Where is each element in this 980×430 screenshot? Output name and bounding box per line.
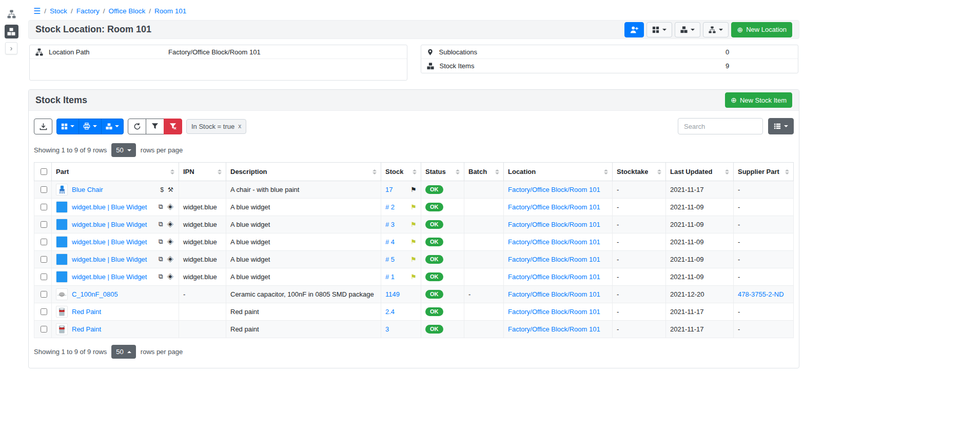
stock-link[interactable]: # 4 [385,238,395,246]
row-checkbox[interactable] [41,204,47,210]
sidebar-item-stock[interactable] [5,25,18,38]
table-row[interactable]: widget.blue | Blue Widget ⧉ ◈ widget.blu… [34,216,794,233]
table-row[interactable]: Blue Chair $ ⚒ A chair - with blue paint… [34,181,794,199]
row-checkbox[interactable] [41,221,47,228]
table-row[interactable]: widget.blue | Blue Widget ⧉ ◈ widget.blu… [34,199,794,216]
export-button[interactable] [34,119,52,134]
sort-icon[interactable] [785,169,789,174]
search-input[interactable] [678,118,763,134]
chevron-down-icon [662,29,667,31]
column-header-last-updated[interactable]: Last Updated [666,163,734,181]
filter-chip-close-icon[interactable]: x [238,123,241,130]
row-checkbox[interactable] [41,256,47,263]
breadcrumb-item-room-101[interactable]: Room 101 [154,7,186,15]
stock-link[interactable]: # 3 [385,221,395,228]
location-link[interactable]: Factory/Office Block/Room 101 [508,238,600,246]
supplier-part-link[interactable]: 478-3755-2-ND [738,290,784,298]
filter-button[interactable] [146,119,164,134]
sort-icon[interactable] [495,169,499,174]
stock-link[interactable]: 17 [385,186,393,193]
part-thumbnail [56,323,68,335]
column-header-batch[interactable]: Batch [464,163,504,181]
table-row[interactable]: Red Paint Red paint 3 OK Factory/Office … [34,321,794,338]
new-location-button[interactable]: ⊕ New Location [731,22,792,37]
column-header-stock[interactable]: Stock [381,163,421,181]
part-link[interactable]: Blue Chair [72,186,103,193]
part-link[interactable]: C_100nF_0805 [72,290,118,298]
stock-actions-button[interactable] [675,22,700,37]
column-header-stocktake[interactable]: Stocktake [613,163,666,181]
table-row[interactable]: widget.blue | Blue Widget ⧉ ◈ widget.blu… [34,268,794,286]
print-actions-button[interactable] [79,119,102,134]
part-link[interactable]: widget.blue | Blue Widget [72,238,147,246]
column-header-description[interactable]: Description [226,163,381,181]
part-link[interactable]: Red Paint [72,308,101,316]
stock-link[interactable]: # 5 [385,256,395,263]
table-row[interactable]: widget.blue | Blue Widget ⧉ ◈ widget.blu… [34,251,794,268]
sidebar-expand-button[interactable]: › [5,42,17,54]
column-select-button[interactable] [768,118,794,134]
sort-icon[interactable] [170,169,174,174]
page-size-dropdown[interactable]: 50 [111,345,135,359]
table-row[interactable]: Red Paint Red paint 2.4 OK Factory/Offic… [34,303,794,321]
column-header-part[interactable]: Part [52,163,179,181]
location-link[interactable]: Factory/Office Block/Room 101 [508,325,600,333]
location-link[interactable]: Factory/Office Block/Room 101 [508,308,600,316]
sort-icon[interactable] [218,169,222,174]
table-row[interactable]: C_100nF_0805 - Ceramic capacitor, 100nF … [34,286,794,303]
column-header-supplier-part[interactable]: Supplier Part [734,163,794,181]
sitemap-icon [35,48,43,56]
part-link[interactable]: widget.blue | Blue Widget [72,256,147,263]
select-all-checkbox[interactable] [41,168,47,175]
column-header-ipn[interactable]: IPN [179,163,226,181]
location-link[interactable]: Factory/Office Block/Room 101 [508,186,600,193]
row-checkbox[interactable] [41,291,47,298]
stock-link[interactable]: # 2 [385,203,395,211]
location-link[interactable]: Factory/Office Block/Room 101 [508,290,600,298]
stock-options-button[interactable] [101,119,124,134]
pagination-showing-text: Showing 1 to 9 of 9 rows [34,348,107,356]
part-link[interactable]: widget.blue | Blue Widget [72,203,147,211]
new-stock-item-button[interactable]: ⊕ New Stock Item [725,92,792,108]
breadcrumb-item-stock[interactable]: Stock [50,7,67,15]
column-header-status[interactable]: Status [421,163,464,181]
part-link[interactable]: widget.blue | Blue Widget [72,221,147,228]
toolbar-right [678,118,794,134]
row-checkbox[interactable] [41,186,47,193]
sidebar-item-location-tree[interactable] [5,7,18,21]
stock-link[interactable]: 1149 [385,290,400,298]
sort-icon[interactable] [373,169,377,174]
row-checkbox[interactable] [41,273,47,280]
column-header-location[interactable]: Location [504,163,613,181]
sort-icon[interactable] [456,169,460,174]
status-badge: OK [425,290,443,299]
stock-link[interactable]: # 1 [385,273,395,281]
breadcrumb-item-factory[interactable]: Factory [76,7,100,15]
stock-link[interactable]: 2.4 [385,308,395,316]
user-actions-button[interactable] [624,22,644,37]
barcode-actions-button[interactable] [646,22,672,37]
stock-link[interactable]: 3 [385,325,389,333]
filter-chip-in-stock[interactable]: In Stock = true x [186,119,246,134]
location-link[interactable]: Factory/Office Block/Room 101 [508,256,600,263]
page-size-dropdown[interactable]: 50 [111,143,135,157]
row-checkbox[interactable] [41,239,47,245]
sort-icon[interactable] [725,169,729,174]
location-link[interactable]: Factory/Office Block/Room 101 [508,221,600,228]
sort-icon[interactable] [657,169,661,174]
sort-icon[interactable] [413,169,417,174]
sort-icon[interactable] [604,169,608,174]
location-link[interactable]: Factory/Office Block/Room 101 [508,203,600,211]
part-link[interactable]: widget.blue | Blue Widget [72,273,147,281]
menu-icon[interactable]: ☰ [33,6,41,16]
breadcrumb-item-office-block[interactable]: Office Block [108,7,145,15]
barcode-actions-button[interactable] [56,119,79,134]
row-checkbox[interactable] [41,326,47,333]
location-link[interactable]: Factory/Office Block/Room 101 [508,273,600,281]
location-actions-button[interactable] [703,22,729,37]
part-link[interactable]: Red Paint [72,325,101,333]
table-row[interactable]: widget.blue | Blue Widget ⧉ ◈ widget.blu… [34,233,794,251]
refresh-button[interactable] [128,119,146,134]
clear-filters-button[interactable] [164,119,182,134]
row-checkbox[interactable] [41,308,47,315]
